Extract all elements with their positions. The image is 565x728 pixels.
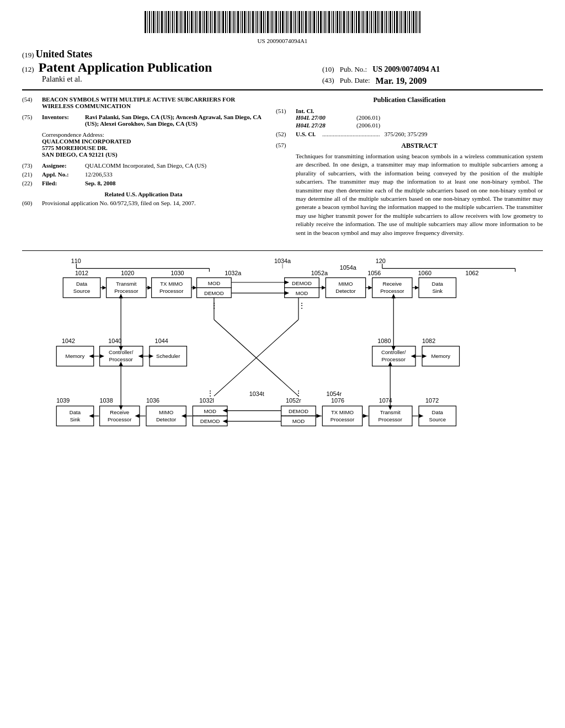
svg-rect-88: [331, 11, 332, 33]
svg-rect-25: [198, 11, 198, 33]
svg-rect-40: [229, 11, 231, 33]
int-cl-num: (51): [276, 108, 291, 129]
field-22-row: (22) Filed: Sep. 8, 2008: [22, 180, 265, 186]
field-75-num: (75): [22, 114, 38, 120]
pub-date-value: Mar. 19, 2009: [376, 76, 427, 86]
us-cl-row: (52) U.S. Cl. ..........................…: [276, 131, 543, 137]
field-73-row: (73) Assignee: QUALCOMM Incorporated, Sa…: [22, 162, 265, 169]
text-tx-mimo-processor2: Processor: [159, 288, 184, 294]
related-data-heading: Related U.S. Application Data: [22, 191, 265, 197]
svg-rect-120: [399, 11, 399, 33]
text-mod-1052r: MOD: [292, 418, 305, 424]
label-1020: 1020: [121, 270, 134, 276]
dots-1032l: ⋮: [206, 389, 214, 398]
svg-rect-41: [232, 11, 232, 33]
svg-rect-20: [187, 11, 188, 33]
svg-rect-24: [195, 11, 196, 33]
left-header: (19) United States (12) Patent Applicati…: [22, 49, 322, 84]
svg-rect-128: [415, 11, 417, 33]
svg-rect-127: [413, 11, 414, 33]
pub-date-line: (43) Pub. Date: Mar. 19, 2009: [322, 76, 543, 86]
text-mimo-detector-rx: MIMO: [338, 281, 353, 287]
svg-rect-76: [305, 11, 307, 33]
svg-rect-124: [407, 11, 408, 33]
svg-rect-54: [259, 11, 259, 33]
text-demod-1052r: DEMOD: [289, 408, 308, 414]
svg-rect-90: [335, 11, 335, 33]
svg-rect-32: [212, 11, 213, 33]
svg-rect-123: [404, 11, 406, 33]
field-54-value: BEACON SYMBOLS WITH MULTIPLE ACTIVE SUBC…: [42, 96, 265, 109]
int-cl-code-2: H04L 27/28: [296, 122, 340, 129]
text-transmit-processor-rx: Transmit: [380, 409, 401, 415]
label-1032a: 1032a: [225, 270, 242, 276]
svg-rect-19: [184, 11, 186, 33]
svg-rect-30: [209, 11, 209, 33]
text-mimo-detector-tx2: Detector: [156, 416, 177, 422]
label-1034a: 1034a: [274, 258, 291, 264]
label-1039: 1039: [56, 397, 70, 404]
svg-rect-75: [303, 11, 304, 33]
svg-rect-22: [191, 11, 193, 33]
svg-rect-64: [280, 11, 281, 33]
svg-rect-42: [233, 11, 234, 33]
field-54-row: (54) BEACON SYMBOLS WITH MULTIPLE ACTIVE…: [22, 96, 265, 109]
svg-rect-112: [381, 11, 383, 33]
text-data-source-tx: Data: [76, 281, 88, 287]
svg-rect-23: [194, 11, 194, 33]
svg-rect-67: [286, 11, 287, 33]
text-data-source-rx2: Source: [429, 416, 446, 422]
svg-rect-12: [170, 11, 171, 33]
text-tx-mimo-processor-rx: TX MIMO: [331, 409, 354, 415]
svg-rect-107: [371, 11, 372, 33]
text-mod-1052a: MOD: [296, 290, 308, 296]
svg-rect-74: [301, 11, 302, 33]
barcode-image: [145, 11, 420, 33]
text-demod-1032a: DEMOD: [204, 290, 224, 296]
svg-rect-91: [337, 11, 338, 33]
svg-rect-43: [236, 11, 236, 33]
svg-rect-110: [377, 11, 379, 33]
svg-rect-82: [318, 11, 319, 33]
svg-rect-130: [419, 11, 420, 33]
svg-rect-122: [403, 11, 403, 33]
field-75-label: Inventors:: [42, 114, 81, 120]
barcode-area: [22, 11, 543, 35]
svg-rect-83: [320, 11, 322, 33]
svg-rect-14: [174, 11, 175, 33]
svg-rect-38: [225, 11, 226, 33]
left-column: (54) BEACON SYMBOLS WITH MULTIPLE ACTIVE…: [22, 96, 265, 239]
text-receive-processor-rx: Receive: [382, 281, 402, 287]
text-demod-1052a: DEMOD: [292, 280, 312, 286]
svg-rect-105: [366, 11, 368, 33]
label-1036: 1036: [146, 397, 159, 404]
text-mimo-detector-tx: MIMO: [159, 409, 174, 415]
label-1044: 1044: [155, 338, 168, 344]
svg-rect-6: [157, 11, 158, 33]
svg-rect-44: [237, 11, 239, 33]
svg-rect-47: [244, 11, 246, 33]
svg-rect-85: [324, 11, 326, 33]
svg-rect-55: [260, 11, 262, 33]
svg-rect-126: [411, 11, 412, 33]
pub-no-num: (10): [322, 65, 334, 74]
svg-rect-17: [180, 11, 182, 33]
svg-rect-68: [289, 11, 289, 33]
svg-rect-93: [342, 11, 342, 33]
svg-rect-0: [145, 11, 146, 33]
svg-rect-49: [248, 11, 249, 33]
svg-rect-11: [168, 11, 169, 33]
pub-date-num: (43): [322, 76, 334, 86]
text-data-source-tx2: Source: [73, 288, 90, 294]
inventors-name: Palanki et al.: [42, 75, 82, 83]
svg-rect-62: [275, 11, 277, 33]
label-1062: 1062: [465, 270, 478, 276]
text-memory-rx: Memory: [431, 353, 450, 359]
doc-type-title: Patent Application Publication: [39, 60, 212, 75]
svg-rect-29: [206, 11, 207, 33]
svg-rect-106: [369, 11, 370, 33]
svg-rect-3: [151, 11, 152, 33]
pub-number-line: US 20090074094A1: [22, 38, 543, 44]
svg-rect-35: [218, 11, 220, 33]
svg-rect-51: [252, 11, 254, 33]
